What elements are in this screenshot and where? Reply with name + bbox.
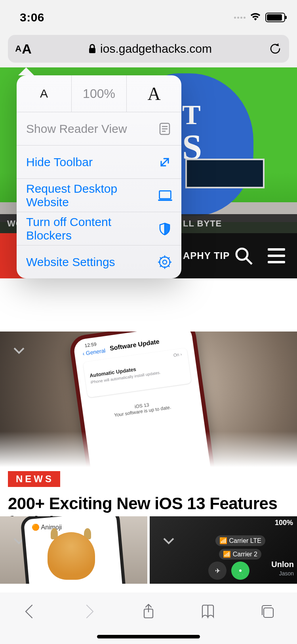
hide-toolbar-item[interactable]: Hide Toolbar (17, 145, 181, 178)
home-indicator[interactable] (97, 635, 200, 638)
text-size-popover: A 100% A Show Reader View Hide Toolbar R… (17, 67, 181, 278)
svg-point-3 (239, 569, 242, 572)
search-button[interactable] (234, 233, 253, 278)
zoom-out-button[interactable]: A (17, 75, 72, 112)
text-size-small-a: A (15, 44, 21, 54)
menu-label: Turn off Content Blockers (26, 215, 157, 242)
thumb-text: Unlon (271, 560, 294, 569)
mock-title: Software Update (109, 338, 160, 352)
reload-button[interactable] (261, 35, 289, 63)
thumbnail-item[interactable]: 100% 📶 Carrier LTE 📶 Carrier 2 Unlon Jas… (150, 516, 297, 584)
hotspot-toggle-icon (231, 562, 249, 580)
svg-rect-0 (89, 48, 95, 53)
url-display[interactable]: ios.gadgethacks.com (39, 42, 261, 56)
wifi-icon (249, 12, 261, 23)
graphic-letter: T (182, 99, 201, 131)
share-button[interactable] (133, 600, 164, 623)
svg-point-1 (236, 249, 248, 260)
expand-icon (157, 154, 173, 170)
mock-on: On › (173, 352, 182, 358)
tabs-button[interactable] (251, 600, 283, 623)
thumb-text: Jason (279, 570, 294, 577)
lock-icon (88, 44, 96, 54)
url-text: ios.gadgethacks.com (100, 42, 212, 56)
gear-icon (157, 254, 173, 270)
request-desktop-item[interactable]: Request Desktop Website (17, 178, 181, 212)
text-size-large-a: A (22, 41, 32, 57)
zoom-level-display[interactable]: 100% (72, 75, 127, 112)
tablet-graphic (185, 159, 265, 188)
address-bar[interactable]: AA ios.gadgethacks.com (8, 35, 289, 63)
cell-signal-dots (234, 17, 246, 19)
article-hero-image[interactable]: 12:59 ‹ General Software Update On › Aut… (0, 332, 297, 467)
page-content: T S WO LL BYTE APHY TIP 12:59 ‹ General … (0, 67, 297, 592)
desktop-icon (158, 188, 173, 203)
svg-line-2 (246, 259, 252, 264)
zoom-percent-label: 100% (83, 86, 115, 101)
svg-point-11 (163, 260, 167, 264)
zoom-controls: A 100% A (17, 75, 181, 112)
airplane-toggle-icon: ✈ (208, 562, 227, 580)
menu-label: Show Reader View (26, 122, 127, 136)
svg-rect-9 (159, 191, 171, 199)
back-button[interactable] (14, 600, 46, 623)
menu-button[interactable] (268, 233, 285, 278)
reader-icon (157, 121, 173, 137)
forward-button[interactable] (73, 600, 105, 623)
battery-icon (265, 13, 285, 22)
chevron-down-icon (162, 534, 176, 550)
category-badge[interactable]: NEWS (8, 471, 60, 487)
article-thumbnails: 🟠 Animoji 100% 📶 Carrier LTE 📶 Carrier 2… (0, 516, 297, 584)
chevron-down-icon (12, 343, 26, 359)
menu-label: Request Desktop Website (26, 182, 158, 209)
shield-icon (157, 221, 173, 237)
status-indicators (234, 12, 285, 23)
thumb-percent: 100% (275, 519, 293, 527)
zoom-in-button[interactable]: A (127, 75, 181, 112)
thumb-label: 🟠 Animoji (32, 523, 62, 531)
strip-text-right: LL BYTE (183, 218, 222, 229)
nav-link-partial[interactable]: APHY TIP (183, 233, 230, 278)
zoom-small-label: A (40, 87, 48, 100)
show-reader-view-item[interactable]: Show Reader View (17, 112, 181, 145)
mock-time: 12:59 (84, 341, 97, 349)
thumb-carrier-pill: 📶 Carrier 2 (219, 549, 261, 560)
status-time: 3:06 (20, 11, 44, 24)
status-bar: 3:06 (0, 0, 297, 35)
mock-back: ‹ General (82, 347, 106, 357)
thumb-carrier-pill: 📶 Carrier LTE (215, 535, 265, 546)
content-blockers-item[interactable]: Turn off Content Blockers (17, 212, 181, 245)
svg-line-8 (161, 159, 168, 166)
thumbnail-item[interactable]: 🟠 Animoji (0, 516, 147, 584)
zoom-big-label: A (147, 83, 160, 104)
svg-rect-23 (264, 608, 273, 617)
website-settings-item[interactable]: Website Settings (17, 245, 181, 278)
menu-label: Website Settings (26, 255, 115, 269)
menu-label: Hide Toolbar (26, 155, 93, 169)
animoji-graphic (48, 532, 95, 580)
text-size-button[interactable]: AA (8, 35, 39, 63)
bookmarks-button[interactable] (192, 600, 224, 623)
phone-mockup: 12:59 ‹ General Software Update On › Aut… (68, 332, 217, 467)
